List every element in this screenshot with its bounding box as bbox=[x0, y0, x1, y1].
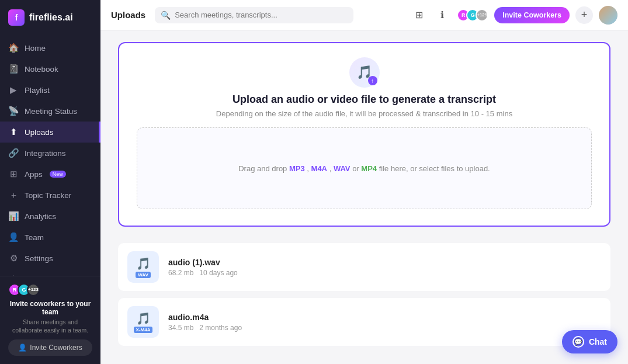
file-list: 🎵 WAV audio (1).wav 68.2 mb 10 days ago … bbox=[118, 243, 610, 346]
sidebar-item-notebook[interactable]: 📓 Notebook bbox=[0, 58, 100, 79]
sidebar-item-home[interactable]: 🏠 Home bbox=[0, 37, 100, 58]
format-m4a: M4A bbox=[311, 164, 327, 173]
sidebar-item-uploads[interactable]: ⬆ Uploads bbox=[0, 122, 100, 143]
file-meta-1: 34.5 mb 2 months ago bbox=[168, 324, 242, 332]
file-item-1[interactable]: 🎵 X-M4A audio.m4a 34.5 mb 2 months ago bbox=[118, 298, 610, 346]
drop-prefix: Drag and drop bbox=[238, 164, 289, 173]
upload-icon-wrap: 🎵 ↑ bbox=[137, 57, 592, 88]
avatar-count: +123 bbox=[27, 283, 40, 296]
chat-button[interactable]: 💬 Chat bbox=[562, 330, 617, 353]
nav-label-settings: Settings bbox=[25, 254, 53, 263]
sidebar-nav: 🏠 Home 📓 Notebook ▶ Playlist 📡 Meeting S… bbox=[0, 35, 100, 276]
upload-title: Upload an audio or video file to generat… bbox=[137, 93, 592, 106]
topbar: Uploads 🔍 ⊞ ℹ R G +129 Invite Coworkers … bbox=[100, 0, 628, 30]
nav-label-meeting-status: Meeting Status bbox=[25, 107, 77, 116]
search-bar[interactable]: 🔍 bbox=[155, 7, 353, 23]
invite-coworkers-label: Invite Coworkers bbox=[502, 11, 561, 19]
sidebar-invite-desc: Share meetings and collaborate easily in… bbox=[8, 318, 92, 335]
sidebar-item-settings[interactable]: ⚙ Settings bbox=[0, 248, 100, 269]
upload-arrow: ↑ bbox=[368, 76, 377, 85]
sidebar-item-team[interactable]: 👤 Team bbox=[0, 227, 100, 248]
nav-label-integrations: Integrations bbox=[25, 149, 66, 158]
sidebar: f fireflies.ai 🏠 Home 📓 Notebook ▶ Playl… bbox=[0, 0, 100, 364]
invite-coworkers-button[interactable]: Invite Coworkers bbox=[494, 7, 570, 23]
nav-label-team: Team bbox=[25, 233, 44, 242]
grid-icon-button[interactable]: ⊞ bbox=[410, 6, 428, 24]
main-content: Uploads 🔍 ⊞ ℹ R G +129 Invite Coworkers … bbox=[100, 0, 628, 364]
nav-icon-apps: ⊞ bbox=[8, 169, 19, 179]
search-icon: 🔍 bbox=[161, 11, 171, 20]
badge-apps: New bbox=[50, 171, 66, 178]
sidebar-item-apps[interactable]: ⊞ Apps New bbox=[0, 164, 100, 185]
add-button[interactable]: + bbox=[575, 6, 593, 24]
sidebar-invite-title: Invite coworkers to your team bbox=[8, 300, 92, 316]
sidebar-item-analytics[interactable]: 📊 Analytics bbox=[0, 206, 100, 227]
nav-icon-playlist: ▶ bbox=[8, 85, 19, 95]
sidebar-footer: R G +123 Invite coworkers to your team S… bbox=[0, 276, 100, 364]
file-info-0: audio (1).wav 68.2 mb 10 days ago bbox=[168, 258, 238, 277]
chat-label: Chat bbox=[589, 337, 607, 346]
file-ext-1: X-M4A bbox=[134, 327, 153, 333]
nav-icon-platform-rules: ℹ bbox=[8, 274, 19, 276]
user-avatar[interactable] bbox=[599, 6, 617, 25]
file-thumb-0: 🎵 WAV bbox=[127, 251, 159, 283]
nav-label-home: Home bbox=[25, 44, 46, 53]
nav-icon-notebook: 📓 bbox=[8, 64, 19, 74]
logo-text: fireflies.ai bbox=[29, 12, 73, 23]
nav-label-uploads: Uploads bbox=[25, 128, 54, 137]
topbar-avatar-count: +129 bbox=[476, 9, 488, 22]
drop-zone[interactable]: Drag and drop MP3 , M4A , WAV or MP4 fil… bbox=[137, 127, 592, 209]
topbar-avatars: R G +129 bbox=[457, 9, 488, 22]
sidebar-item-topic-tracker[interactable]: ＋ Topic Tracker bbox=[0, 185, 100, 206]
nav-label-apps: Apps bbox=[25, 170, 43, 179]
drop-zone-text: Drag and drop MP3 , M4A , WAV or MP4 fil… bbox=[238, 164, 490, 173]
file-name-0: audio (1).wav bbox=[168, 258, 238, 267]
info-icon-button[interactable]: ℹ bbox=[433, 6, 451, 24]
file-meta-0: 68.2 mb 10 days ago bbox=[168, 269, 238, 277]
file-icon-1: 🎵 bbox=[136, 311, 151, 325]
sidebar-invite-icon: 👤 bbox=[18, 344, 27, 352]
avatar-image bbox=[599, 6, 617, 25]
format-wav: WAV bbox=[334, 164, 351, 173]
upload-card: 🎵 ↑ Upload an audio or video file to gen… bbox=[118, 42, 610, 227]
page-title: Uploads bbox=[111, 10, 145, 20]
file-icon-0: 🎵 bbox=[136, 256, 151, 271]
nav-icon-uploads: ⬆ bbox=[8, 127, 19, 137]
nav-label-playlist: Playlist bbox=[25, 86, 50, 95]
sidebar-invite-label: Invite Coworkers bbox=[30, 344, 82, 352]
sidebar-avatars: R G +123 bbox=[8, 283, 92, 296]
or-text: or bbox=[352, 164, 361, 173]
nav-label-analytics: Analytics bbox=[25, 212, 56, 221]
nav-icon-topic-tracker: ＋ bbox=[8, 190, 19, 200]
upload-subtitle: Depending on the size of the audio file,… bbox=[137, 109, 592, 118]
nav-icon-team: 👤 bbox=[8, 232, 19, 242]
format-mp4: MP4 bbox=[361, 164, 377, 173]
separator-2: , bbox=[329, 164, 334, 173]
sidebar-item-playlist[interactable]: ▶ Playlist bbox=[0, 79, 100, 100]
topbar-icons: ⊞ ℹ R G +129 Invite Coworkers + bbox=[410, 6, 617, 25]
nav-icon-meeting-status: 📡 bbox=[8, 106, 19, 116]
logo-icon: f bbox=[8, 9, 25, 26]
file-info-1: audio.m4a 34.5 mb 2 months ago bbox=[168, 313, 242, 332]
file-thumb-1: 🎵 X-M4A bbox=[127, 306, 159, 338]
drop-suffix: file here, or select files to upload. bbox=[379, 164, 490, 173]
nav-label-notebook: Notebook bbox=[25, 65, 58, 74]
content-area: 🎵 ↑ Upload an audio or video file to gen… bbox=[100, 30, 628, 364]
chat-icon: 💬 bbox=[573, 336, 584, 348]
sidebar-invite-button[interactable]: 👤 Invite Coworkers bbox=[8, 339, 92, 356]
sidebar-item-integrations[interactable]: 🔗 Integrations bbox=[0, 143, 100, 164]
format-mp3: MP3 bbox=[289, 164, 305, 173]
sidebar-item-platform-rules[interactable]: ℹ Platform Rules bbox=[0, 269, 100, 276]
nav-icon-settings: ⚙ bbox=[8, 253, 19, 264]
upload-icon: 🎵 ↑ bbox=[349, 57, 380, 88]
file-item-0[interactable]: 🎵 WAV audio (1).wav 68.2 mb 10 days ago bbox=[118, 243, 610, 291]
search-input[interactable] bbox=[175, 11, 348, 19]
file-ext-0: WAV bbox=[136, 272, 151, 278]
nav-icon-home: 🏠 bbox=[8, 43, 19, 53]
sidebar-item-meeting-status[interactable]: 📡 Meeting Status bbox=[0, 100, 100, 122]
logo: f fireflies.ai bbox=[0, 0, 100, 35]
separator-1: , bbox=[307, 164, 311, 173]
nav-label-topic-tracker: Topic Tracker bbox=[25, 191, 71, 200]
nav-icon-analytics: 📊 bbox=[8, 211, 19, 221]
file-name-1: audio.m4a bbox=[168, 313, 242, 322]
